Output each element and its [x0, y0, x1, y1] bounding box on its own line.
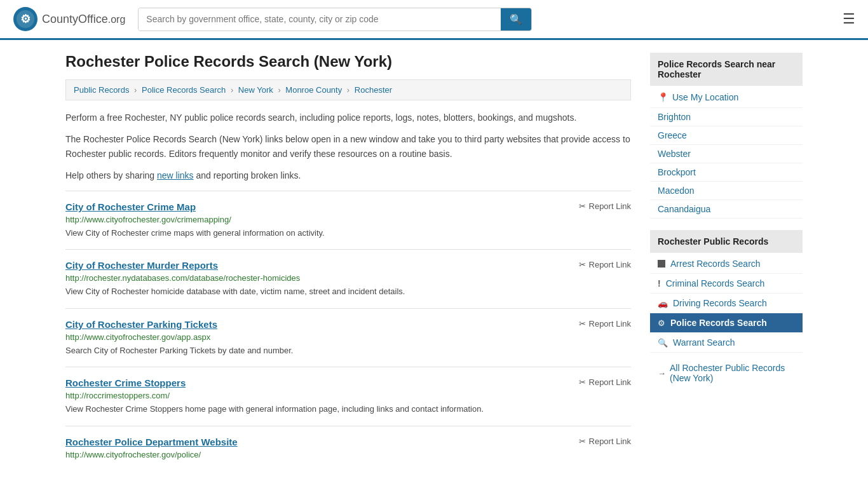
sidebar-all-records-link[interactable]: All Rochester Public Records (New York)	[670, 363, 795, 383]
scissors-icon: ✂	[579, 260, 586, 269]
all-records-link-container: → All Rochester Public Records (New York…	[650, 358, 803, 388]
logo-text: CountyOffice.org	[42, 13, 125, 26]
breadcrumb-police-records[interactable]: Police Records Search	[142, 85, 226, 95]
record-desc: Search City of Rochester Parking Tickets…	[65, 344, 631, 357]
record-header: Rochester Crime Stoppers ✂ Report Link	[65, 377, 631, 388]
breadcrumb: Public Records › Police Records Search ›…	[65, 79, 631, 100]
sidebar: Police Records Search near Rochester 📍 U…	[650, 53, 803, 472]
record-title-link[interactable]: Rochester Crime Stoppers	[65, 377, 186, 388]
logo-icon: ⚙	[13, 6, 38, 32]
record-entry: City of Rochester Parking Tickets ✂ Repo…	[65, 308, 631, 367]
record-entry: Rochester Crime Stoppers ✂ Report Link h…	[65, 367, 631, 426]
record-desc: View City of Rochester crime maps with g…	[65, 227, 631, 240]
arrow-icon: →	[658, 369, 666, 378]
nearby-locations-list: Brighton Greece Webster Brockport Macedo…	[650, 108, 803, 219]
sidebar-item-greece[interactable]: Greece	[658, 130, 687, 140]
scissors-icon: ✂	[579, 319, 586, 329]
record-url: http://www.cityofrochester.gov/app.aspx	[65, 332, 631, 342]
sidebar-item-brighton[interactable]: Brighton	[658, 112, 691, 122]
use-my-location-button[interactable]: 📍 Use My Location	[650, 87, 803, 108]
magnify-icon: 🔍	[658, 338, 668, 348]
gear-icon: ⚙	[658, 318, 665, 328]
record-entry: City of Rochester Crime Map ✂ Report Lin…	[65, 191, 631, 250]
car-icon: 🚗	[658, 299, 668, 308]
record-entry: City of Rochester Murder Reports ✂ Repor…	[65, 249, 631, 308]
records-list: City of Rochester Crime Map ✂ Report Lin…	[65, 191, 631, 472]
exclaim-icon: !	[658, 278, 661, 288]
record-title-link[interactable]: City of Rochester Parking Tickets	[65, 319, 217, 330]
description-para2: The Rochester Police Records Search (New…	[65, 132, 631, 161]
sidebar-item-macedon[interactable]: Macedon	[658, 186, 695, 196]
list-item: Macedon	[650, 182, 803, 200]
public-records-list: Arrest Records Search ! Criminal Records…	[650, 254, 803, 353]
header: ⚙ CountyOffice.org 🔍 ☰	[0, 0, 868, 40]
svg-text:⚙: ⚙	[20, 13, 31, 25]
record-desc: View City of Rochester homicide database…	[65, 285, 631, 298]
list-item: Canandaigua	[650, 200, 803, 219]
breadcrumb-new-york[interactable]: New York	[238, 85, 273, 95]
record-url: http://rochester.nydatabases.com/databas…	[65, 273, 631, 283]
search-button[interactable]: 🔍	[501, 8, 531, 30]
list-item: Brockport	[650, 163, 803, 182]
breadcrumb-monroe-county[interactable]: Monroe County	[285, 85, 342, 95]
list-item: Arrest Records Search	[650, 254, 803, 274]
sidebar-item-brockport[interactable]: Brockport	[658, 167, 696, 177]
report-link-button[interactable]: ✂ Report Link	[579, 201, 631, 211]
record-desc: View Rochester Crime Stoppers home page …	[65, 403, 631, 416]
new-links-link[interactable]: new links	[157, 170, 194, 180]
record-title-link[interactable]: City of Rochester Crime Map	[65, 201, 196, 212]
list-item-active: ⚙ Police Records Search	[650, 313, 803, 333]
sidebar-item-driving-records[interactable]: Driving Records Search	[673, 298, 767, 308]
report-link-button[interactable]: ✂ Report Link	[579, 377, 631, 387]
record-title-link[interactable]: City of Rochester Murder Reports	[65, 260, 218, 271]
record-header: City of Rochester Murder Reports ✂ Repor…	[65, 260, 631, 271]
scissors-icon: ✂	[579, 437, 586, 446]
list-item: Webster	[650, 145, 803, 163]
report-link-button[interactable]: ✂ Report Link	[579, 319, 631, 329]
report-link-button[interactable]: ✂ Report Link	[579, 437, 631, 446]
location-pin-icon: 📍	[658, 92, 668, 102]
record-header: Rochester Police Department Website ✂ Re…	[65, 437, 631, 447]
record-title-link[interactable]: Rochester Police Department Website	[65, 437, 238, 447]
sidebar-nearby-title: Police Records Search near Rochester	[650, 53, 803, 86]
breadcrumb-rochester[interactable]: Rochester	[355, 85, 392, 95]
main-container: Rochester Police Records Search (New Yor…	[53, 40, 815, 485]
description-para3: Help others by sharing new links and rep…	[65, 168, 631, 182]
record-url: http://www.cityofrochester.gov/crimemapp…	[65, 215, 631, 224]
search-bar: 🔍	[138, 8, 532, 31]
list-item: ! Criminal Records Search	[650, 274, 803, 294]
sidebar-public-records-title: Rochester Public Records	[650, 230, 803, 253]
record-header: City of Rochester Parking Tickets ✂ Repo…	[65, 319, 631, 330]
logo-name-part: CountyOffice	[42, 13, 108, 25]
description-para1: Perform a free Rochester, NY public poli…	[65, 111, 631, 125]
page-title: Rochester Police Records Search (New Yor…	[65, 53, 631, 71]
sidebar-item-criminal-records[interactable]: Criminal Records Search	[666, 278, 765, 288]
record-url: http://www.cityofrochester.gov/police/	[65, 450, 631, 459]
sidebar-item-webster[interactable]: Webster	[658, 149, 691, 159]
sidebar-item-police-records[interactable]: Police Records Search	[670, 318, 767, 328]
breadcrumb-public-records[interactable]: Public Records	[74, 85, 129, 95]
scissors-icon: ✂	[579, 377, 586, 387]
scissors-icon: ✂	[579, 201, 586, 211]
list-item: 🚗 Driving Records Search	[650, 294, 803, 313]
report-link-button[interactable]: ✂ Report Link	[579, 260, 631, 269]
list-item: Greece	[650, 126, 803, 145]
record-entry: Rochester Police Department Website ✂ Re…	[65, 426, 631, 472]
sidebar-item-warrant-search[interactable]: Warrant Search	[673, 337, 735, 348]
sidebar-item-arrest-records[interactable]: Arrest Records Search	[670, 259, 761, 269]
record-url: http://roccrimestoppers.com/	[65, 391, 631, 400]
record-header: City of Rochester Crime Map ✂ Report Lin…	[65, 201, 631, 212]
sidebar-item-canandaigua[interactable]: Canandaigua	[658, 204, 710, 214]
logo-link[interactable]: ⚙ CountyOffice.org	[13, 6, 125, 32]
search-input[interactable]	[139, 8, 501, 30]
menu-button[interactable]: ☰	[843, 11, 855, 27]
list-item: Brighton	[650, 108, 803, 126]
list-item: 🔍 Warrant Search	[650, 333, 803, 353]
logo-suffix-part: .org	[108, 14, 126, 25]
square-icon	[658, 260, 665, 268]
content-area: Rochester Police Records Search (New Yor…	[65, 53, 631, 472]
